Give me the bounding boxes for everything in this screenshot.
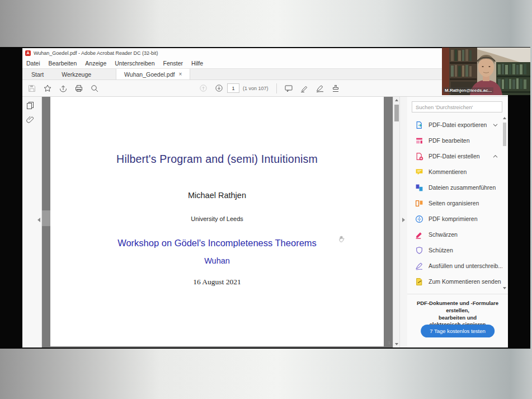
tab-start[interactable]: Start <box>22 69 53 79</box>
speech-bubble-icon <box>284 84 293 93</box>
slide-event: Workshop on Gödel's Incompleteness Theor… <box>50 238 384 248</box>
tool-export-pdf[interactable]: PDF-Datei exportieren <box>407 117 502 133</box>
tools-list: PDF-Datei exportieren PDF bearbeiten PDF… <box>407 117 502 289</box>
expand-tools-pane-handle[interactable] <box>402 218 405 222</box>
free-trial-button[interactable]: 7 Tage kostenlos testen <box>421 325 495 337</box>
slide-affiliation: University of Leeds <box>50 215 384 222</box>
scroll-down-arrow[interactable] <box>393 341 399 348</box>
menu-bearbeiten[interactable]: Bearbeiten <box>49 60 77 67</box>
slide-title: Hilbert's Program and (semi) Intuitionis… <box>50 153 384 166</box>
tool-organize-pages[interactable]: Seiten organisieren <box>407 195 502 211</box>
chevron-down-icon[interactable] <box>493 121 498 128</box>
tab-document-label: Wuhan_Goedel.pdf <box>124 71 175 78</box>
tool-redact[interactable]: Schwärzen <box>407 227 502 242</box>
tool-fill-sign[interactable]: Ausfüllen und unterschreib... <box>407 258 502 274</box>
screenshot-root: { "window": { "title": "Wuhan_Goedel.pdf… <box>0 0 532 399</box>
sign-tool-button[interactable] <box>313 82 327 95</box>
printer-icon <box>74 84 83 93</box>
left-navigation-panel <box>22 97 42 348</box>
tools-sidebar: PDF-Datei exportieren PDF bearbeiten PDF… <box>407 97 508 348</box>
highlight-tool-button[interactable] <box>297 82 312 95</box>
next-page-button[interactable] <box>211 82 226 95</box>
tool-protect[interactable]: Schützen <box>407 242 502 258</box>
tab-werkzeuge-label: Werkzeuge <box>62 71 91 78</box>
search-button[interactable] <box>87 82 102 95</box>
document-scrollbar[interactable] <box>393 97 399 348</box>
tool-edit-pdf[interactable]: PDF bearbeiten <box>407 133 502 148</box>
toolbar-divider <box>276 83 277 93</box>
previous-page-button[interactable] <box>196 82 210 95</box>
export-pdf-icon <box>415 121 423 129</box>
page-thumbnails-icon <box>26 101 35 110</box>
signature-pen-icon <box>316 84 324 93</box>
sidebar-scroll-down-arrow[interactable] <box>503 287 506 289</box>
save-icon <box>27 84 36 93</box>
tool-label: Kommentieren <box>429 168 467 175</box>
menu-unterschreiben[interactable]: Unterschreiben <box>115 60 154 67</box>
sidebar-divider <box>407 294 508 294</box>
save-button[interactable] <box>25 82 39 95</box>
tool-create-pdf[interactable]: PDF-Datei erstellen <box>407 148 502 164</box>
slide-date: 16 August 2021 <box>50 278 384 287</box>
tab-werkzeuge[interactable]: Werkzeuge <box>53 69 100 79</box>
tool-compress-pdf[interactable]: PDF komprimieren <box>407 211 502 227</box>
tool-label: PDF bearbeiten <box>429 137 470 144</box>
tool-label: Seiten organisieren <box>429 200 479 206</box>
comment-icon <box>415 168 423 176</box>
sidebar-scrollbar[interactable] <box>502 117 507 289</box>
organize-pages-icon <box>415 199 423 208</box>
document-view: Hilbert's Program and (semi) Intuitionis… <box>42 97 399 348</box>
stamp-tool-button[interactable] <box>328 82 343 95</box>
menu-anzeige[interactable]: Anzeige <box>85 60 106 67</box>
acrobat-window: A Wuhan_Goedel.pdf - Adobe Acrobat Reade… <box>22 48 508 348</box>
scroll-up-arrow[interactable] <box>393 97 399 104</box>
main-toolbar: (1 von 107) <box>22 80 508 97</box>
promo-line: bearbeiten und <box>407 314 508 322</box>
menu-datei[interactable]: Datei <box>26 60 40 67</box>
tool-label: Zum Kommentieren senden <box>429 278 501 285</box>
page-thumbnails-button[interactable] <box>23 99 37 111</box>
fill-sign-pen-icon <box>415 262 423 270</box>
create-pdf-icon <box>415 152 423 161</box>
upload-cloud-icon <box>59 84 68 93</box>
print-button[interactable] <box>72 82 86 95</box>
tool-send-for-comments[interactable]: Zum Kommentieren senden <box>407 274 502 289</box>
menu-bar: Datei Bearbeiten Anzeige Unterschreiben … <box>22 58 508 68</box>
compress-pdf-icon <box>415 215 423 223</box>
page-number-input[interactable] <box>227 83 239 93</box>
tool-label: Ausfüllen und unterschreib... <box>429 262 502 269</box>
comment-tool-button[interactable] <box>281 82 296 95</box>
combine-files-icon <box>415 184 423 192</box>
tools-pane-strip <box>399 97 407 348</box>
sidebar-scroll-up-arrow[interactable] <box>503 117 506 119</box>
title-bar: A Wuhan_Goedel.pdf - Adobe Acrobat Reade… <box>22 48 508 58</box>
sidebar-scrollbar-thumb[interactable] <box>503 123 506 146</box>
collapse-left-panel-handle[interactable] <box>37 218 40 222</box>
share-button[interactable] <box>56 82 70 95</box>
favorite-button[interactable] <box>40 82 55 95</box>
hand-tool-cursor-icon <box>338 234 345 245</box>
redact-marker-icon <box>415 231 423 239</box>
tool-combine-files[interactable]: Dateien zusammenführen <box>407 180 502 195</box>
tab-close-icon[interactable]: × <box>178 71 182 77</box>
tool-label: Dateien zusammenführen <box>429 184 496 191</box>
page-corner-indicator: 1 <box>388 340 390 345</box>
page-count-label: (1 von 107) <box>243 86 269 91</box>
scrollbar-thumb[interactable] <box>394 105 399 121</box>
page-down-icon <box>215 84 223 92</box>
tool-comment[interactable]: Kommentieren <box>407 164 502 180</box>
menu-hilfe[interactable]: Hilfe <box>191 60 203 67</box>
tool-label: PDF komprimieren <box>429 215 478 222</box>
tab-start-label: Start <box>31 71 44 78</box>
menu-fenster[interactable]: Fenster <box>163 60 183 67</box>
tool-label: Schützen <box>429 247 453 254</box>
slide-author: Michael Rathjen <box>50 191 384 200</box>
shield-icon <box>415 246 423 255</box>
tools-search-input[interactable] <box>412 101 502 112</box>
chevron-up-icon[interactable] <box>493 153 498 159</box>
attachments-button[interactable] <box>23 114 37 126</box>
page-up-icon <box>199 84 208 92</box>
webcam-name-label: M.Rathjen@leeds.ac... <box>443 87 493 93</box>
content-area: Hilbert's Program and (semi) Intuitionis… <box>22 97 508 348</box>
tab-document[interactable]: Wuhan_Goedel.pdf × <box>116 69 190 79</box>
